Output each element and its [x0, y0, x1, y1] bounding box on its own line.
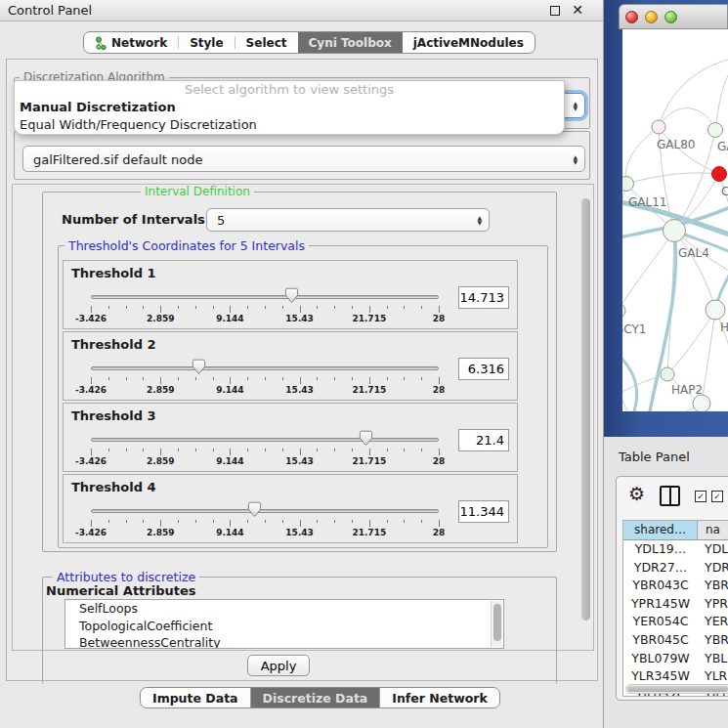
dropdown-option-equal-width[interactable]: Equal Width/Frequency Discretization — [15, 116, 564, 134]
dropdown-option-manual[interactable]: Manual Discretization — [15, 99, 564, 116]
column-header-shared[interactable]: shared… — [623, 521, 698, 539]
tick-label: 21.715 — [352, 385, 386, 395]
cell-name[interactable]: YDL1 — [698, 540, 728, 559]
list-scrollbar[interactable] — [491, 601, 502, 647]
threshold-3-value-input[interactable] — [458, 429, 509, 451]
network-node[interactable] — [661, 367, 674, 381]
tab-jactivemnodules[interactable]: jActiveMNodules — [403, 32, 535, 53]
horizontal-scrollbar-thumb[interactable] — [627, 686, 728, 692]
network-node[interactable] — [622, 304, 625, 318]
list-item[interactable]: TopologicalCoefficient — [65, 618, 503, 635]
slider-thumb[interactable] — [192, 359, 206, 379]
zoom-traffic-light[interactable] — [664, 11, 677, 23]
table-data-combo[interactable]: galFiltered.sif default node ▲▼ — [22, 146, 585, 172]
cell-name[interactable]: YBR0 — [698, 577, 728, 595]
cell-shared-name[interactable]: YBR045C — [623, 631, 698, 650]
table-row[interactable]: YBR045CYBR0 — [623, 631, 728, 650]
checkbox-icon[interactable]: ✓ — [711, 491, 723, 502]
network-node[interactable] — [652, 120, 665, 134]
tick-label: 21.715 — [352, 528, 386, 537]
threshold-2-value-input[interactable] — [458, 358, 509, 380]
cell-name[interactable]: YBR0 — [698, 631, 728, 650]
tab-discretize-data[interactable]: Discretize Data — [251, 688, 380, 707]
network-node[interactable] — [622, 177, 634, 192]
table-row[interactable]: YPR145WYPR1 — [623, 595, 728, 614]
network-node[interactable] — [708, 123, 723, 138]
threshold-3-label: Threshold 3 — [71, 408, 156, 423]
tab-select[interactable]: Select — [236, 32, 298, 53]
table-row[interactable]: YDR27…YDR2 — [623, 559, 728, 578]
minimize-traffic-light[interactable] — [645, 11, 658, 23]
table-row[interactable]: YDL19…YDL1 — [623, 540, 728, 559]
cell-shared-name[interactable]: YBR043C — [623, 577, 698, 595]
spinner-icon: ▲▼ — [573, 101, 578, 110]
node-label: C — [721, 185, 728, 198]
column-header-name[interactable]: na — [698, 521, 728, 539]
slider-track[interactable] — [91, 295, 439, 299]
tick-label: -3.426 — [75, 456, 107, 466]
slider-track[interactable] — [91, 366, 439, 370]
slider-track[interactable] — [91, 509, 439, 513]
num-intervals-combo[interactable]: 5 ▲▼ — [206, 208, 490, 232]
slider-thumb[interactable] — [359, 430, 373, 450]
slider-track[interactable] — [91, 438, 439, 442]
num-intervals-value: 5 — [217, 213, 225, 228]
tab-cyni-toolbox[interactable]: Cyni Toolbox — [298, 32, 403, 53]
apply-button[interactable]: Apply — [247, 655, 310, 676]
network-canvas[interactable]: GAL80GACGAL11GAL4GCY1HHAP2 — [622, 29, 728, 411]
threshold-3-slider[interactable]: -3.4262.8599.14415.4321.71528 — [91, 433, 439, 470]
cell-name[interactable]: YLR3 — [698, 667, 728, 686]
tab-network[interactable]: Network — [84, 32, 178, 53]
float-window-icon[interactable] — [550, 6, 560, 16]
cell-shared-name[interactable]: YBL079W — [623, 650, 698, 668]
network-graph[interactable]: GAL80GACGAL11GAL4GCY1HHAP2 — [622, 29, 728, 411]
close-icon[interactable]: ✕ — [572, 2, 583, 18]
horizontal-scrollbar[interactable] — [625, 684, 728, 694]
network-node-selected[interactable] — [712, 167, 727, 182]
close-traffic-light[interactable] — [625, 11, 638, 23]
slider-scale-labels: -3.4262.8599.14415.4321.71528 — [91, 385, 439, 397]
split-view-icon[interactable] — [660, 486, 680, 506]
list-item[interactable]: BetweennessCentrality — [65, 634, 503, 649]
table-header-row: shared… na — [623, 521, 728, 540]
table-row[interactable]: YBR043CYBR0 — [623, 577, 728, 595]
checkbox-icon[interactable]: ✓ — [695, 491, 707, 502]
slider-thumb[interactable] — [247, 501, 262, 522]
threshold-1-value-input[interactable] — [458, 286, 509, 309]
threshold-4-slider[interactable]: -3.4262.8599.14415.4321.71528 — [91, 504, 439, 541]
cell-name[interactable]: YER0 — [698, 613, 728, 631]
cell-name[interactable]: YPR1 — [698, 595, 728, 614]
gear-icon[interactable]: ⚙ — [628, 483, 645, 504]
list-scrollbar-thumb[interactable] — [493, 604, 501, 641]
network-node[interactable] — [693, 395, 710, 411]
table-row[interactable]: YBL079WYBL0 — [623, 650, 728, 668]
list-item[interactable]: SelfLoops — [65, 600, 503, 618]
threshold-4-value-input[interactable] — [458, 500, 509, 523]
cell-name[interactable]: YDR2 — [698, 559, 728, 578]
threshold-1-slider[interactable]: -3.4262.8599.14415.4321.71528 — [91, 290, 439, 327]
edge — [702, 310, 715, 404]
cell-shared-name[interactable]: YER054C — [623, 613, 698, 631]
table-panel: ⚙ ✓ ✓ shared… na YDL19…YDL1YDR27…YDR2YBR… — [616, 476, 728, 701]
threshold-2-slider[interactable]: -3.4262.8599.14415.4321.71528 — [91, 362, 439, 399]
cell-name[interactable]: YBL0 — [698, 650, 728, 668]
cell-shared-name[interactable]: YDR27… — [623, 559, 698, 578]
threshold-4-panel: Threshold 4 -3.4262.8599.14415.4321.7152… — [63, 474, 518, 543]
table-row[interactable]: YLR345WYLR3 — [623, 667, 728, 686]
tick-label: 28 — [433, 456, 446, 466]
table-row[interactable]: YER054CYER0 — [623, 613, 728, 631]
tab-style[interactable]: Style — [179, 32, 234, 53]
cell-shared-name[interactable]: YPR145W — [623, 595, 698, 614]
network-window-titlebar[interactable] — [619, 4, 728, 29]
vertical-scrollbar-thumb[interactable] — [581, 198, 590, 621]
network-node[interactable] — [706, 300, 725, 320]
numerical-attributes-list[interactable]: SelfLoops TopologicalCoefficient Between… — [64, 599, 504, 649]
tab-infer-network[interactable]: Infer Network — [380, 688, 499, 707]
tab-impute-data[interactable]: Impute Data — [141, 688, 250, 707]
network-node[interactable] — [664, 220, 686, 242]
tick-label: 15.43 — [285, 456, 313, 466]
cell-shared-name[interactable]: YLR345W — [623, 667, 698, 686]
tick-label: -3.426 — [75, 528, 107, 537]
cell-shared-name[interactable]: YDL19… — [623, 540, 698, 559]
slider-thumb[interactable] — [284, 287, 299, 308]
